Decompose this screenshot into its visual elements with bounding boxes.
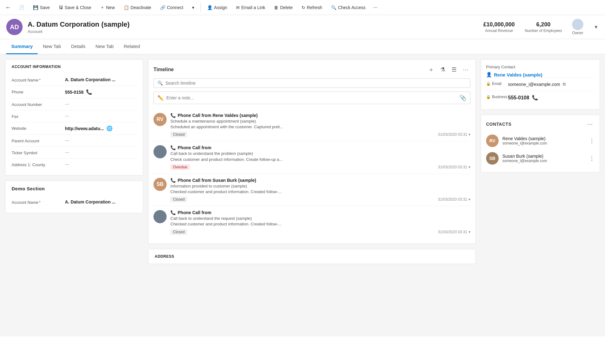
left-panel: ACCOUNT INFORMATION Account Name* A. Dat…: [5, 59, 143, 331]
phone-icon[interactable]: 📞: [86, 89, 92, 95]
globe-icon[interactable]: 🌐: [106, 125, 113, 131]
field-website: Website http://www.adatu... 🌐: [12, 122, 137, 135]
employees-label: Number of Employees: [525, 29, 562, 33]
status-badge-1: Closed: [170, 132, 187, 137]
primary-contact-label: Primary Contact: [486, 65, 595, 69]
timeline-more-button[interactable]: ⋯: [461, 65, 470, 74]
parent-account-value[interactable]: ---: [65, 138, 137, 143]
timeline-sort-button[interactable]: ☰: [450, 65, 458, 74]
deactivate-button[interactable]: 📋 Deactivate: [120, 3, 155, 12]
tab-summary[interactable]: Summary: [6, 39, 38, 54]
doc-icon-btn[interactable]: 📄: [15, 3, 28, 12]
timeline-date-3: 31/03/2020 03:31 ▾: [438, 197, 470, 202]
copy-email-icon[interactable]: ⧉: [563, 82, 566, 87]
status-badge-2: Overdue: [170, 164, 190, 170]
header-expand-chevron[interactable]: ▾: [593, 22, 599, 32]
demo-section-card: Demo Section Account Name* A. Datum Corp…: [5, 181, 143, 213]
email-link-button[interactable]: ✉ Email a Link: [232, 3, 269, 12]
phone-call-icon-1: 📞: [170, 113, 176, 118]
status-badge-3: Closed: [170, 197, 187, 202]
expand-icon-4[interactable]: ▾: [468, 230, 470, 234]
back-button[interactable]: ←: [3, 3, 14, 12]
new-button[interactable]: ＋ New: [96, 3, 119, 12]
note-input[interactable]: [166, 95, 457, 100]
lock-icon: 🔒: [486, 82, 491, 86]
save-button[interactable]: 💾 Save: [29, 3, 54, 12]
assign-button[interactable]: 👤 Assign: [203, 3, 231, 12]
save-icon: 💾: [33, 5, 38, 10]
timeline-item-body-1: Schedule a maintenance appointment (samp…: [170, 119, 470, 130]
timeline-search-input[interactable]: [165, 81, 466, 86]
account-name-value[interactable]: A. Datum Corporation ...: [65, 77, 137, 82]
email-type-label: 🔒 Email: [486, 82, 508, 86]
contact-2-email: someone_l@example.com: [502, 159, 585, 163]
contact-email-value: someone_i@example.com ⧉: [508, 82, 595, 87]
timeline-item: RV 📞 Phone Call from Rene Valdes (sample…: [153, 109, 470, 141]
timeline-item: SB 📞 Phone Call from Susan Burk (sample)…: [153, 174, 470, 206]
tabs-bar: Summary New Tab Details New Tab Related: [0, 39, 605, 54]
account-number-value[interactable]: ---: [65, 102, 137, 107]
expand-icon-1[interactable]: ▾: [468, 132, 470, 137]
contact-1-more-button[interactable]: ⋮: [589, 137, 595, 144]
timeline-header: Timeline ＋ ⚗ ☰ ⋯: [153, 65, 470, 75]
field-account-name: Account Name* A. Datum Corporation ...: [12, 74, 137, 86]
attach-icon[interactable]: 📎: [459, 94, 466, 101]
demo-account-name-value[interactable]: A. Datum Corporation ...: [65, 199, 137, 204]
fax-label: Fax: [12, 113, 65, 119]
business-phone-icon[interactable]: 📞: [532, 95, 538, 101]
timeline-search-bar[interactable]: 🔍: [153, 78, 470, 88]
primary-contact-name[interactable]: 👤 Rene Valdes (sample): [486, 72, 595, 77]
contacts-more-button[interactable]: ⋯: [585, 120, 595, 128]
address-title: ADDRESS: [155, 254, 469, 259]
phone-value[interactable]: 555-0158 📞: [65, 89, 137, 95]
timeline-date-1: 31/03/2020 03:31 ▾: [438, 132, 470, 137]
contact-1-name[interactable]: Rene Valdes (sample): [502, 136, 585, 141]
website-value[interactable]: http://www.adatu... 🌐: [65, 125, 137, 131]
note-input-row: ✏️ 📎: [153, 92, 470, 104]
timeline-add-button[interactable]: ＋: [426, 65, 436, 75]
fax-value[interactable]: ---: [65, 113, 137, 119]
address-county-value[interactable]: ---: [65, 162, 137, 167]
refresh-button[interactable]: ↻ Refresh: [298, 3, 326, 12]
timeline-item-footer-2: Overdue 31/03/2020 03:31 ▾: [170, 164, 470, 170]
check-access-button[interactable]: 🔍 Check Access: [327, 3, 369, 12]
contact-person-icon: 👤: [486, 72, 492, 77]
demo-field-account-name: Account Name* A. Datum Corporation ...: [12, 196, 137, 208]
primary-contact-card: Primary Contact 👤 Rene Valdes (sample) 🔒…: [481, 59, 600, 110]
contact-2-more-button[interactable]: ⋮: [589, 155, 595, 162]
search-icon: 🔍: [158, 81, 163, 86]
assign-icon: 👤: [207, 5, 212, 10]
owner-label: Owner: [572, 31, 583, 35]
more-button[interactable]: ⋯: [371, 3, 380, 12]
demo-section-title: Demo Section: [12, 186, 137, 191]
contact-email-row: 🔒 Email someone_i@example.com ⧉: [486, 77, 595, 91]
header-fields: £10,000,000 Annual Revenue 6,200 Number …: [483, 19, 599, 35]
expand-icon-2[interactable]: ▾: [468, 165, 470, 169]
expand-icon-3[interactable]: ▾: [468, 197, 470, 202]
ticker-symbol-value[interactable]: ---: [65, 150, 137, 155]
save-close-button[interactable]: 🖫 Save & Close: [55, 3, 95, 12]
contact-2-name[interactable]: Susan Burk (sample): [502, 154, 585, 159]
demo-account-name-label: Account Name*: [12, 199, 65, 205]
timeline-filter-button[interactable]: ⚗: [438, 65, 447, 74]
tab-new-tab-1[interactable]: New Tab: [38, 39, 66, 54]
contact-item-2: SB Susan Burk (sample) someone_l@example…: [486, 150, 595, 167]
delete-button[interactable]: 🗑 Delete: [270, 3, 296, 12]
connect-chevron[interactable]: ▾: [188, 3, 198, 12]
account-info-card: ACCOUNT INFORMATION Account Name* A. Dat…: [5, 59, 143, 176]
field-account-number: Account Number ---: [12, 98, 137, 110]
connect-button[interactable]: 🔗 Connect: [156, 3, 187, 12]
delete-icon: 🗑: [274, 5, 278, 10]
email-icon: ✉: [236, 5, 240, 10]
timeline-content-3: 📞 Phone Call from Susan Burk (sample) In…: [170, 178, 470, 202]
required-star: *: [39, 78, 40, 82]
right-panel: Primary Contact 👤 Rene Valdes (sample) 🔒…: [481, 59, 600, 331]
deactivate-icon: 📋: [124, 5, 129, 10]
parent-account-label: Parent Account: [12, 138, 65, 143]
contact-avatar-2: SB: [486, 152, 499, 165]
owner-field: Owner: [572, 19, 583, 35]
tab-new-tab-2[interactable]: New Tab: [90, 39, 119, 54]
tab-related[interactable]: Related: [119, 39, 145, 54]
contact-business-row: 🔒 Business 555-0108 📞: [486, 91, 595, 104]
tab-details[interactable]: Details: [66, 39, 90, 54]
